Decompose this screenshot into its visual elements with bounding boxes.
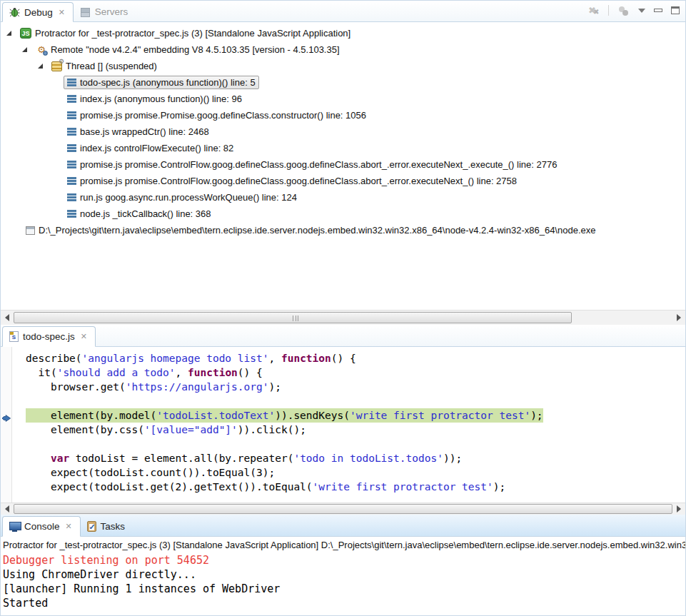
code-line[interactable]: element(by.css('[value="add"]')).click()… <box>26 423 685 437</box>
expand-arrow-icon[interactable] <box>38 64 43 69</box>
code-line[interactable] <box>26 394 685 408</box>
code-line[interactable]: expect(todoList.get(2).getText()).toEqua… <box>26 480 685 494</box>
console-icon <box>9 522 20 532</box>
close-icon[interactable] <box>79 332 89 341</box>
process-icon <box>26 226 35 235</box>
tree-row[interactable]: D:\_Projects\git\tern.java\eclipse\embed… <box>1 222 685 238</box>
debug-view-tabbar: Debug Servers <box>1 1 685 22</box>
console-tabbar: Console Tasks <box>1 515 685 537</box>
thread-icon <box>51 61 62 71</box>
view-menu-icon[interactable] <box>638 9 645 13</box>
tab-servers[interactable]: Servers <box>74 1 135 21</box>
tree-item-label: promise.js promise.ControlFlow.goog.defi… <box>80 176 517 186</box>
stack-frame-icon <box>67 161 76 168</box>
scroll-right-icon[interactable] <box>673 312 685 323</box>
stack-frame-row[interactable]: index.js controlFlowExecute() line: 82 <box>1 140 685 156</box>
console-line-stdout: [launcher] Running 1 instances of WebDri… <box>3 582 685 596</box>
eclipse-debug-perspective: Debug Servers JSProtractor for _test-pro… <box>0 0 686 616</box>
stack-frame-icon <box>67 95 76 103</box>
maximize-icon[interactable] <box>671 6 680 14</box>
tree-row[interactable]: Thread [] (suspended) <box>1 58 685 74</box>
tab-debug[interactable]: Debug <box>2 2 74 22</box>
editor-body: describe('angularjs homepage todo list',… <box>1 347 685 503</box>
close-icon[interactable] <box>57 8 66 17</box>
editor-horizontal-scrollbar[interactable] <box>1 503 685 515</box>
stack-frame-row[interactable]: base.js wrappedCtr() line: 2468 <box>1 123 685 140</box>
stack-frame-row[interactable]: promise.js promise.Promise.goog.defineCl… <box>1 107 685 123</box>
tree-item-label: index.js (anonymous function)() line: 96 <box>80 94 242 104</box>
tab-label: Console <box>24 521 60 532</box>
tree-item-label: promise.js promise.Promise.goog.defineCl… <box>80 110 366 121</box>
stack-frame-row[interactable]: index.js (anonymous function)() line: 96 <box>1 91 685 107</box>
console-line-stderr: Debugger listening on port 54652 <box>3 553 685 567</box>
tree-item-label: Thread [] (suspended) <box>66 61 157 71</box>
code-line[interactable]: it('should add a todo', function() { <box>26 365 685 380</box>
stack-frame-icon <box>67 177 76 185</box>
code-line[interactable]: expect(todoList.count()).toEqual(3); <box>26 465 685 480</box>
stack-frame-row[interactable]: run.js goog.async.run.processWorkQueue()… <box>1 189 685 206</box>
editor-view: S todo-spec.js describe('angularjs homep… <box>1 325 685 515</box>
expand-arrow-icon[interactable] <box>22 47 27 52</box>
stack-frame-icon <box>67 193 76 201</box>
tab-console[interactable]: Console <box>2 516 81 537</box>
code-line[interactable] <box>26 437 685 451</box>
debug-view-toolbar <box>588 5 680 16</box>
scrollbar-thumb[interactable] <box>14 504 672 514</box>
stack-frame-row[interactable]: node.js _tickCallback() line: 368 <box>1 206 685 222</box>
js-application-icon: JS <box>20 28 31 39</box>
tree-row[interactable]: ⚙Remote "node v4.2.4" embedding V8 4.5.1… <box>1 41 685 58</box>
tree-item-label: base.js wrappedCtr() line: 2468 <box>80 126 209 137</box>
tab-label: Tasks <box>101 521 126 532</box>
code-line[interactable]: browser.get('https://angularjs.org'); <box>26 380 685 394</box>
stack-frame-icon <box>67 128 76 136</box>
debug-view: Debug Servers JSProtractor for _test-pro… <box>1 1 685 325</box>
tree-row[interactable]: JSProtractor for _test-protractor_spec.j… <box>1 25 685 41</box>
console-view: Console Tasks Protractor for _test-protr… <box>1 515 685 615</box>
console-output[interactable]: Debugger listening on port 54652Using Ch… <box>1 553 685 610</box>
scroll-left-icon[interactable] <box>1 503 13 515</box>
editor-annotation-ruler[interactable] <box>1 347 12 503</box>
servers-icon <box>80 7 91 16</box>
tab-label: todo-spec.js <box>23 331 75 342</box>
debug-horizontal-scrollbar[interactable] <box>1 310 685 325</box>
tab-todo-spec[interactable]: S todo-spec.js <box>2 326 96 347</box>
tree-item-label: Protractor for _test-protractor_spec.js … <box>35 28 350 39</box>
current-debug-line[interactable]: element(by.model('todoList.todoText')).s… <box>26 408 685 423</box>
close-icon[interactable] <box>64 522 74 531</box>
stack-frame-icon <box>67 79 76 86</box>
js-file-icon: S <box>9 331 19 342</box>
stack-frame-row[interactable]: promise.js promise.ControlFlow.goog.defi… <box>1 156 685 173</box>
tree-item-label: todo-spec.js (anonymous function)() line… <box>80 77 256 88</box>
tree-item-label: node.js _tickCallback() line: 368 <box>80 208 211 219</box>
bug-icon <box>9 7 20 17</box>
editor-tabbar: S todo-spec.js <box>1 325 685 347</box>
remote-connection-icon: ⚙ <box>36 44 47 55</box>
toolbar-separator <box>608 5 609 16</box>
tab-label: Debug <box>24 7 53 18</box>
debug-options-icon[interactable] <box>617 6 630 16</box>
stack-frame-row[interactable]: promise.js promise.ControlFlow.goog.defi… <box>1 173 685 189</box>
stack-frame-icon <box>67 210 76 218</box>
tree-item-label: D:\_Projects\git\tern.java\eclipse\embed… <box>39 225 595 236</box>
code-line[interactable]: describe('angularjs homepage todo list',… <box>26 351 685 365</box>
console-line-stdout: Started <box>3 596 685 610</box>
tab-tasks[interactable]: Tasks <box>81 516 132 536</box>
tasks-icon <box>87 521 96 532</box>
code-line[interactable]: var todoList = element.all(by.repeater('… <box>26 451 685 465</box>
scroll-right-icon[interactable] <box>673 503 685 515</box>
tree-item-label: promise.js promise.ControlFlow.goog.defi… <box>80 159 557 170</box>
remove-all-terminated-icon[interactable] <box>588 6 600 16</box>
scroll-left-icon[interactable] <box>1 312 13 323</box>
expand-arrow-icon[interactable] <box>6 31 11 36</box>
stack-frame-icon <box>67 111 76 119</box>
minimize-icon[interactable] <box>654 9 662 12</box>
tree-item-label: run.js goog.async.run.processWorkQueue()… <box>80 192 297 203</box>
debug-launch-tree[interactable]: JSProtractor for _test-protractor_spec.j… <box>1 22 685 310</box>
scrollbar-thumb[interactable] <box>14 312 572 323</box>
tree-item-label: index.js controlFlowExecute() line: 82 <box>80 143 233 153</box>
stack-frame-row[interactable]: todo-spec.js (anonymous function)() line… <box>1 74 685 91</box>
console-process-label: Protractor for _test-protractor_spec.js … <box>1 537 685 553</box>
tab-label: Servers <box>95 6 128 17</box>
code-editor[interactable]: describe('angularjs homepage todo list',… <box>12 347 685 503</box>
instruction-pointer-icon <box>1 412 11 425</box>
